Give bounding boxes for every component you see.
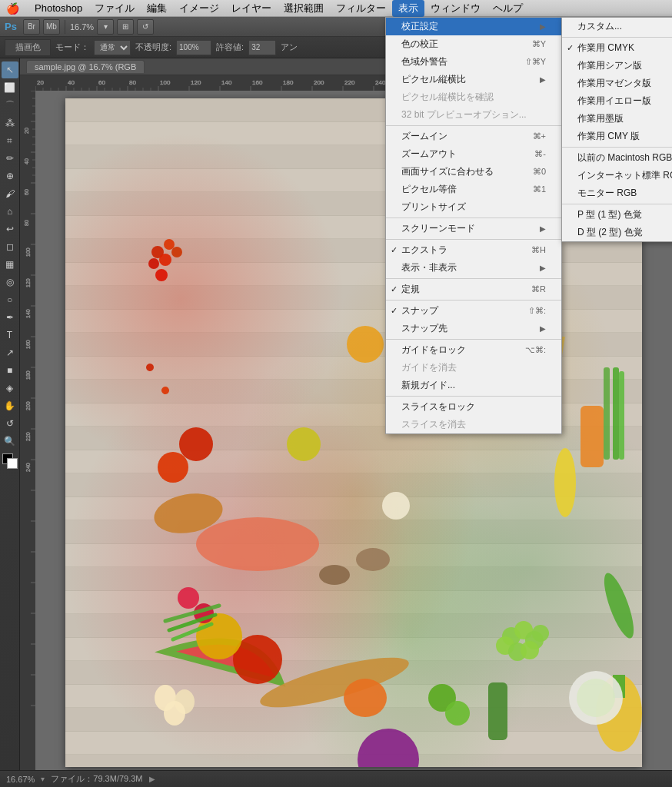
menubar-item-image[interactable]: イメージ bbox=[173, 0, 225, 17]
menubar-item-window[interactable]: ウィンドウ bbox=[424, 0, 487, 17]
zoom-status: 16.67% bbox=[6, 775, 35, 784]
minibride-button[interactable]: Mb bbox=[43, 19, 60, 35]
menu-item-gamut-warning[interactable]: 色域外警告 ⇧⌘Y bbox=[386, 53, 561, 71]
tool-eraser[interactable]: ◻ bbox=[2, 238, 18, 255]
zoom-dropdown-button[interactable]: ▾ bbox=[97, 19, 114, 35]
foreground-color-picker[interactable]: 描画色 bbox=[5, 39, 51, 56]
svg-text:140: 140 bbox=[221, 79, 232, 86]
menu-item-lock-guides[interactable]: ガイドをロック ⌥⌘: bbox=[386, 341, 561, 359]
menu-item-actual-pixels[interactable]: ピクセル等倍 ⌘1 bbox=[386, 181, 561, 198]
proof-item-working-cmy[interactable]: 作業用 CMY 版 bbox=[562, 128, 672, 145]
menu-item-zoom-out[interactable]: ズームアウト ⌘- bbox=[386, 145, 561, 163]
menu-item-pixel-ar[interactable]: ピクセル縦横比 ▶ bbox=[386, 71, 561, 88]
view-menu-dropdown[interactable]: 校正設定 ▶ 色の校正 ⌘Y 色域外警告 ⇧⌘Y ピクセル縦横比 ▶ ピクセル縦… bbox=[385, 17, 562, 434]
proof-setup-submenu[interactable]: カスタム... 作業用 CMYK 作業用シアン版 作業用マゼンタ版 作業用イエロ… bbox=[561, 17, 672, 242]
menubar-item-filter[interactable]: フィルター bbox=[330, 0, 392, 17]
svg-text:200: 200 bbox=[25, 401, 31, 410]
proof-item-monitor-rgb[interactable]: モニター RGB bbox=[562, 184, 672, 202]
menubar-item-file[interactable]: ファイル bbox=[88, 0, 141, 17]
menu-item-rulers[interactable]: 定規 ⌘R bbox=[386, 281, 561, 298]
tool-dodge[interactable]: ○ bbox=[2, 291, 18, 308]
menu-item-lock-slices[interactable]: スライスをロック bbox=[386, 398, 561, 416]
tool-shape[interactable]: ■ bbox=[2, 362, 18, 379]
menu-item-lock-slices-label: スライスをロック bbox=[401, 400, 475, 413]
shortcut-fit-screen: ⌘0 bbox=[533, 167, 546, 177]
blend-mode-select[interactable]: 通常 bbox=[94, 40, 131, 55]
menubar-item-view[interactable]: 表示 bbox=[392, 0, 424, 17]
proof-item-working-yellow[interactable]: 作業用イエロー版 bbox=[562, 92, 672, 110]
tool-rotate-view[interactable]: ↺ bbox=[2, 415, 18, 432]
menu-item-proof-colors[interactable]: 色の校正 ⌘Y bbox=[386, 35, 561, 53]
menubar-item-photoshop[interactable]: Photoshop bbox=[28, 0, 88, 17]
menu-item-extras[interactable]: エクストラ ⌘H bbox=[386, 241, 561, 259]
tool-hand[interactable]: ✋ bbox=[2, 397, 18, 414]
tool-spot-heal[interactable]: ⊕ bbox=[2, 168, 18, 184]
menu-item-show-hide[interactable]: 表示・非表示 ▶ bbox=[386, 259, 561, 277]
tool-select-rect[interactable]: ⬜ bbox=[2, 79, 18, 96]
background-swatch[interactable] bbox=[7, 458, 18, 469]
proof-item-custom[interactable]: カスタム... bbox=[562, 18, 672, 35]
menu-item-32bit-preview: 32 bit プレビューオプション... bbox=[386, 106, 561, 124]
tool-3d[interactable]: ◈ bbox=[2, 380, 18, 397]
shortcut-zoom-in: ⌘+ bbox=[533, 131, 546, 141]
menubar-item-help[interactable]: ヘルプ bbox=[487, 0, 529, 17]
view-button[interactable]: ⊞ bbox=[117, 19, 134, 35]
svg-rect-98 bbox=[619, 371, 624, 460]
file-info-arrow[interactable]: ▶ bbox=[149, 775, 155, 783]
menubar-item-edit[interactable]: 編集 bbox=[141, 0, 173, 17]
ruler-corner bbox=[20, 75, 35, 91]
zoom-dropdown-arrow[interactable]: ▾ bbox=[41, 775, 45, 783]
tool-magic-wand[interactable]: ⁂ bbox=[2, 115, 18, 131]
tool-blur[interactable]: ◎ bbox=[2, 274, 18, 291]
proof-item-working-magenta[interactable]: 作業用マゼンタ版 bbox=[562, 75, 672, 92]
proof-item-internet-rgb[interactable]: インターネット標準 RGB bbox=[562, 167, 672, 184]
menu-item-new-guide[interactable]: 新規ガイド... bbox=[386, 377, 561, 394]
proof-item-working-cyan[interactable]: 作業用シアン版 bbox=[562, 57, 672, 75]
menu-item-extras-label: エクストラ bbox=[401, 244, 447, 257]
tool-path-select[interactable]: ↗ bbox=[2, 344, 18, 361]
tool-text[interactable]: T bbox=[2, 327, 18, 344]
menu-item-fit-screen[interactable]: 画面サイズに合わせる ⌘0 bbox=[386, 163, 561, 181]
tool-move[interactable]: ↖ bbox=[2, 61, 18, 78]
menu-item-actual-pixels-label: ピクセル等倍 bbox=[401, 183, 457, 196]
apple-menu-icon[interactable]: 🍎 bbox=[6, 2, 19, 15]
menu-item-zoom-in[interactable]: ズームイン ⌘+ bbox=[386, 128, 561, 145]
tool-history-brush[interactable]: ↩ bbox=[2, 221, 18, 237]
shortcut-gamut-warning: ⇧⌘Y bbox=[525, 57, 546, 67]
opacity-input[interactable] bbox=[176, 40, 211, 55]
rotate-button[interactable]: ↺ bbox=[137, 19, 154, 35]
svg-point-118 bbox=[445, 701, 470, 726]
menu-item-proof-setup[interactable]: 校正設定 ▶ bbox=[386, 18, 561, 35]
menubar-item-layer[interactable]: レイヤー bbox=[225, 0, 278, 17]
bridge-button[interactable]: Br bbox=[23, 19, 40, 35]
tool-brush[interactable]: 🖌 bbox=[2, 185, 18, 202]
tolerance-input[interactable] bbox=[248, 40, 276, 55]
menu-item-snap[interactable]: スナップ ⇧⌘: bbox=[386, 302, 561, 320]
menu-item-print-size[interactable]: プリントサイズ bbox=[386, 198, 561, 216]
tool-crop[interactable]: ⌗ bbox=[2, 132, 18, 149]
menubar-item-select[interactable]: 選択範囲 bbox=[278, 0, 330, 17]
tool-eyedropper[interactable]: ✏ bbox=[2, 150, 18, 167]
tool-zoom[interactable]: 🔍 bbox=[2, 433, 18, 450]
svg-rect-97 bbox=[613, 367, 619, 460]
proof-item-type-p[interactable]: P 型 (1 型) 色覚 bbox=[562, 206, 672, 224]
tool-gradient[interactable]: ▦ bbox=[2, 256, 18, 273]
proof-item-old-mac-label: 以前の Macintosh RGB ( bbox=[577, 151, 672, 164]
tool-lasso[interactable]: ⌒ bbox=[2, 97, 18, 114]
document-tab[interactable]: sample.jpg @ 16.7% (RGB bbox=[26, 60, 145, 73]
proof-item-type-d[interactable]: D 型 (2 型) 色覚 bbox=[562, 224, 672, 241]
svg-point-90 bbox=[347, 326, 384, 363]
tool-clone-stamp[interactable]: ⌂ bbox=[2, 203, 18, 220]
tool-pen[interactable]: ✒ bbox=[2, 309, 18, 326]
svg-point-130 bbox=[598, 570, 639, 642]
menu-item-snap-to[interactable]: スナップ先 ▶ bbox=[386, 320, 561, 337]
menu-sep-3 bbox=[386, 239, 561, 240]
proof-item-working-cmyk[interactable]: 作業用 CMYK bbox=[562, 39, 672, 57]
menu-item-screen-mode[interactable]: スクリーンモード ▶ bbox=[386, 220, 561, 237]
proof-item-working-black[interactable]: 作業用墨版 bbox=[562, 110, 672, 128]
svg-point-91 bbox=[287, 427, 321, 461]
proof-item-old-mac[interactable]: 以前の Macintosh RGB ( bbox=[562, 149, 672, 167]
menu-item-clear-guides: ガイドを消去 bbox=[386, 359, 561, 377]
proof-item-working-yellow-label: 作業用イエロー版 bbox=[577, 95, 651, 108]
menu-item-zoom-in-label: ズームイン bbox=[401, 130, 447, 143]
